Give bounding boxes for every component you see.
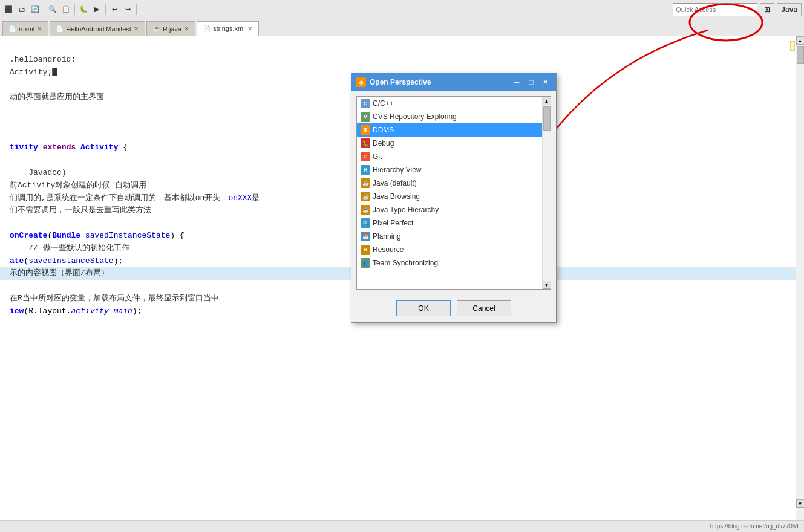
dialog-close-button[interactable]: ✕ (540, 77, 551, 88)
perspective-icon: 📅 (361, 232, 370, 241)
list-item[interactable]: VCVS Repository Exploring (357, 110, 542, 123)
perspective-icon: 🐛 (361, 138, 370, 148)
perspective-icon: C (361, 99, 370, 108)
list-item[interactable]: CC/C++ (357, 97, 542, 110)
perspective-icon: R (361, 245, 370, 255)
perspective-label: C/C++ (373, 99, 394, 108)
list-item[interactable]: 📅Planning (357, 230, 542, 243)
list-item[interactable]: 🐛Debug (357, 137, 542, 150)
dialog-title-icon: ⊕ (356, 77, 366, 87)
list-item[interactable]: ☕Java Type Hierarchy (357, 203, 542, 216)
dialog-list-container: CC/C++VCVS Repository Exploring⊕DDMS🐛Deb… (356, 96, 551, 290)
list-item[interactable]: ⊕DDMS (357, 123, 542, 137)
perspective-icon: 👥 (361, 258, 370, 268)
perspective-icon: ☕ (361, 192, 370, 201)
dialog-cancel-button[interactable]: Cancel (457, 300, 511, 316)
perspective-label: CVS Repository Exploring (373, 112, 457, 121)
perspective-icon: G (361, 152, 370, 161)
perspective-icon: ☕ (361, 178, 370, 188)
dialog-footer: OK Cancel (351, 294, 556, 322)
perspective-label: Java (default) (373, 179, 417, 187)
perspective-icon: ⊕ (361, 125, 370, 135)
dialog-ok-button[interactable]: OK (396, 300, 451, 316)
open-perspective-dialog: ⊕ Open Perspective ─ □ ✕ CC/C++VCVS Repo… (351, 73, 557, 323)
perspective-icon: V (361, 112, 370, 122)
perspective-list[interactable]: CC/C++VCVS Repository Exploring⊕DDMS🐛Deb… (357, 97, 542, 289)
perspective-label: Git (373, 152, 382, 161)
dialog-minimize-button[interactable]: ─ (511, 77, 522, 88)
dialog-overlay: ⊕ Open Perspective ─ □ ✕ CC/C++VCVS Repo… (0, 0, 804, 532)
list-item[interactable]: 🔍Pixel Perfect (357, 216, 542, 230)
perspective-label: Java Browsing (373, 192, 420, 201)
list-item[interactable]: 👥Team Synchronizing (357, 256, 542, 270)
dialog-scrollbar: ▲ ▼ (542, 97, 551, 289)
perspective-label: Team Synchronizing (373, 259, 438, 267)
list-item[interactable]: ☕Java Browsing (357, 190, 542, 203)
dialog-titlebar: ⊕ Open Perspective ─ □ ✕ (351, 73, 556, 91)
list-item[interactable]: HHierarchy View (357, 163, 542, 177)
list-item[interactable]: GGit (357, 150, 542, 163)
perspective-label: Planning (373, 232, 401, 241)
list-item[interactable]: ☕Java (default) (357, 177, 542, 190)
perspective-label: Debug (373, 139, 394, 148)
perspective-icon: H (361, 165, 370, 175)
perspective-label: Resource (373, 245, 404, 254)
dialog-scroll-up[interactable]: ▲ (543, 97, 551, 105)
dialog-title-text: Open Perspective (370, 78, 508, 86)
dialog-maximize-button[interactable]: □ (526, 77, 537, 88)
dialog-scroll-thumb[interactable] (543, 106, 551, 131)
dialog-body: CC/C++VCVS Repository Exploring⊕DDMS🐛Deb… (351, 91, 556, 294)
perspective-icon: 🔍 (361, 218, 370, 228)
perspective-icon: ☕ (361, 205, 370, 215)
perspective-label: DDMS (373, 126, 394, 134)
list-item[interactable]: RResource (357, 243, 542, 256)
perspective-label: Java Type Hierarchy (373, 206, 439, 214)
dialog-scroll-down[interactable]: ▼ (543, 281, 551, 289)
perspective-label: Hierarchy View (373, 166, 421, 174)
perspective-label: Pixel Perfect (373, 219, 413, 227)
